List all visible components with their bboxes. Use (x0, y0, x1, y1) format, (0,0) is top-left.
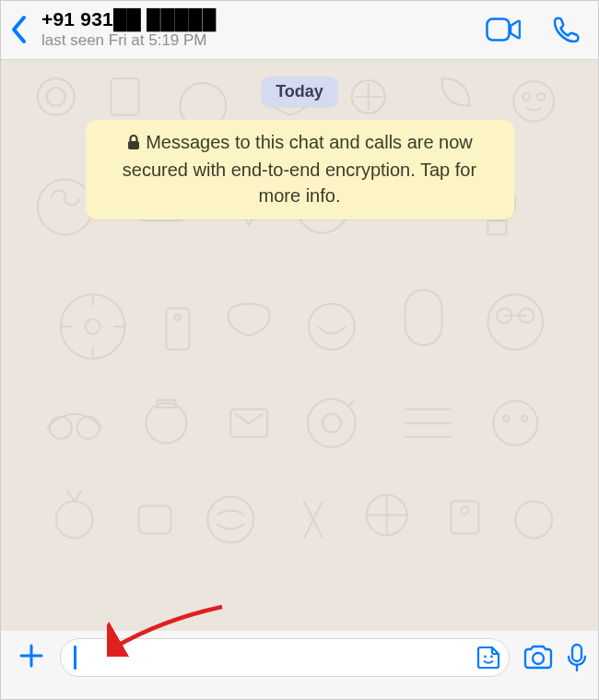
svg-point-7 (523, 93, 530, 101)
svg-point-32 (522, 416, 527, 421)
svg-point-20 (487, 294, 543, 350)
message-input-bar (1, 630, 598, 699)
svg-rect-27 (230, 409, 267, 437)
encryption-notice-text: Messages to this chat and calls are now … (123, 132, 476, 206)
svg-point-18 (174, 314, 180, 320)
sticker-button[interactable] (476, 645, 501, 670)
chevron-left-icon (10, 14, 29, 45)
svg-point-43 (533, 653, 544, 664)
camera-icon (523, 645, 554, 670)
svg-rect-44 (572, 645, 581, 661)
contact-info[interactable]: +91 931██ █████ last seen Fri at 5:19 PM (41, 8, 473, 50)
svg-point-15 (61, 294, 125, 359)
attach-button[interactable] (16, 642, 47, 673)
svg-rect-34 (139, 505, 171, 533)
svg-rect-17 (166, 308, 189, 350)
svg-point-38 (461, 506, 468, 514)
svg-point-5 (352, 80, 385, 113)
svg-rect-3 (112, 78, 139, 115)
svg-point-19 (309, 303, 355, 350)
text-cursor (74, 646, 76, 670)
svg-point-35 (207, 497, 253, 543)
video-call-button[interactable] (486, 18, 521, 42)
svg-point-42 (490, 656, 493, 658)
message-input[interactable] (74, 639, 476, 676)
svg-point-39 (515, 502, 552, 539)
svg-point-9 (38, 180, 93, 235)
svg-point-1 (38, 78, 75, 115)
plus-icon (18, 643, 44, 669)
svg-point-41 (484, 656, 487, 658)
camera-button[interactable] (523, 645, 554, 670)
svg-point-24 (77, 417, 100, 439)
svg-rect-14 (487, 220, 506, 234)
back-button[interactable] (10, 14, 29, 45)
date-chip: Today (261, 77, 338, 107)
phone-icon (552, 16, 580, 43)
encryption-notice[interactable]: Messages to this chat and calls are now … (86, 120, 514, 219)
chat-area[interactable]: Today Messages to this chat and calls ar… (1, 60, 598, 630)
svg-point-25 (147, 403, 187, 444)
svg-point-31 (503, 416, 509, 421)
voice-call-button[interactable] (552, 16, 580, 43)
svg-point-30 (493, 401, 537, 445)
svg-point-2 (47, 88, 65, 106)
svg-rect-26 (157, 400, 175, 408)
svg-point-36 (367, 495, 407, 536)
microphone-icon (567, 643, 587, 672)
svg-rect-40 (128, 141, 139, 149)
last-seen-text: last seen Fri at 5:19 PM (41, 31, 473, 50)
svg-point-33 (56, 502, 93, 539)
svg-point-28 (308, 399, 356, 447)
svg-point-29 (323, 414, 341, 433)
voice-message-button[interactable] (567, 643, 587, 672)
svg-rect-0 (487, 18, 510, 40)
video-camera-icon (486, 18, 521, 42)
svg-point-21 (497, 308, 511, 323)
svg-point-23 (50, 417, 72, 439)
contact-name: +91 931██ █████ (41, 8, 473, 30)
svg-rect-37 (451, 502, 478, 534)
svg-point-6 (513, 81, 554, 122)
header-actions (486, 16, 585, 43)
lock-icon (126, 131, 141, 157)
svg-point-22 (519, 308, 534, 323)
sticker-icon (476, 645, 501, 670)
svg-point-8 (537, 93, 545, 101)
whatsapp-chat-screen: +91 931██ █████ last seen Fri at 5:19 PM (0, 0, 599, 700)
chat-header: +91 931██ █████ last seen Fri at 5:19 PM (1, 1, 598, 60)
message-input-wrapper[interactable] (60, 638, 510, 677)
svg-point-16 (86, 319, 100, 334)
